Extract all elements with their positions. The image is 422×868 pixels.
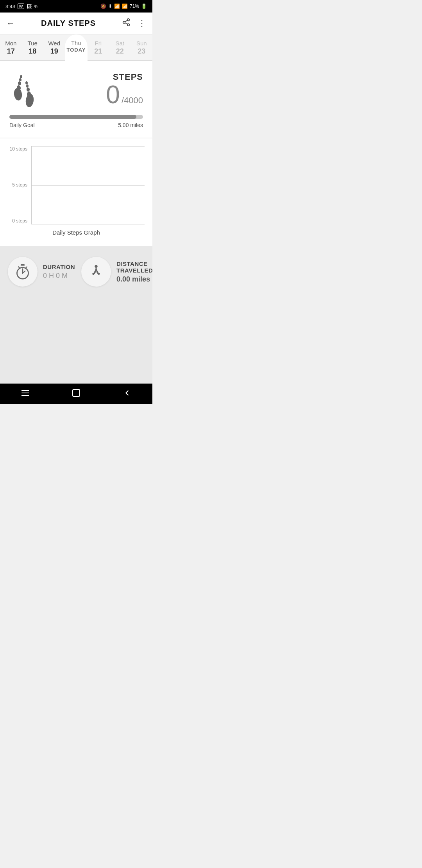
svg-point-8 xyxy=(19,78,21,81)
progress-bar-inner xyxy=(9,115,136,119)
battery-text: 71% xyxy=(130,4,139,9)
day-item-tue[interactable]: Tue 18 xyxy=(21,34,43,60)
chart-section: 10 steps 5 steps 0 steps Daily Steps Gra… xyxy=(0,138,152,246)
day-item-sun[interactable]: Sun 23 xyxy=(131,34,152,60)
y-label-5: 5 steps xyxy=(12,182,27,188)
status-right: 🔕 ⬇ 📶 📶 71% 🔋 xyxy=(100,4,147,9)
download-icon: ⬇ xyxy=(108,4,112,9)
day-item-wed[interactable]: Wed 19 xyxy=(43,34,65,60)
svg-point-12 xyxy=(27,88,30,91)
status-icon-w: W xyxy=(18,4,24,9)
svg-line-4 xyxy=(125,20,127,22)
duration-value: 0 H 0 M xyxy=(43,272,75,280)
distance-unit: miles xyxy=(132,275,150,283)
svg-point-21 xyxy=(95,265,97,268)
distance-card: DISTANCETRAVELLED 0.00 miles xyxy=(81,257,152,287)
chart-grid-line-mid xyxy=(32,185,145,186)
day-number-fri: 21 xyxy=(94,47,102,56)
day-name-sat: Sat xyxy=(116,40,125,47)
distance-title: DISTANCETRAVELLED xyxy=(116,260,152,274)
steps-value-row: 0 /4000 xyxy=(106,82,143,107)
svg-point-9 xyxy=(20,75,22,78)
goal-value: 5.00 miles xyxy=(118,122,143,128)
day-name-thu: Thu xyxy=(71,40,81,46)
empty-space xyxy=(0,298,152,384)
chart-y-labels: 10 steps 5 steps 0 steps xyxy=(8,146,31,224)
y-label-0: 0 steps xyxy=(12,218,27,224)
svg-rect-22 xyxy=(73,389,80,396)
duration-title: DURATION xyxy=(43,264,75,270)
nav-actions: ⋮ xyxy=(122,18,146,29)
y-label-10: 10 steps xyxy=(10,146,27,152)
svg-point-14 xyxy=(25,81,28,84)
day-item-fri[interactable]: Fri 21 xyxy=(88,34,109,60)
chart-container: 10 steps 5 steps 0 steps xyxy=(8,146,145,224)
battery-icon: 🔋 xyxy=(141,4,147,9)
walking-icon xyxy=(88,264,104,280)
distance-text: DISTANCETRAVELLED 0.00 miles xyxy=(116,260,152,283)
progress-labels: Daily Goal 5.00 miles xyxy=(9,122,143,128)
progress-section: Daily Goal 5.00 miles xyxy=(0,115,152,138)
status-icon-image: 🖼 xyxy=(27,4,32,9)
chart-title: Daily Steps Graph xyxy=(8,229,145,242)
day-number-sat: 22 xyxy=(116,47,124,56)
day-name-fri: Fri xyxy=(95,40,102,47)
signal-icon: 📶 xyxy=(122,4,128,9)
day-selector: Mon 17 Tue 18 Wed 19 Thu TODAY Fri 21 Sa… xyxy=(0,34,152,61)
svg-line-3 xyxy=(125,23,127,24)
status-bar: 3:43 W 🖼 % 🔕 ⬇ 📶 📶 71% 🔋 xyxy=(0,0,152,13)
svg-point-7 xyxy=(18,81,21,85)
day-item-thu[interactable]: Thu TODAY xyxy=(65,34,87,60)
footprint-icon xyxy=(9,74,41,105)
duration-text: DURATION 0 H 0 M xyxy=(43,264,75,280)
distance-icon-circle xyxy=(81,257,111,287)
steps-count-area: STEPS 0 /4000 xyxy=(106,72,143,107)
duration-card: DURATION 0 H 0 M xyxy=(8,257,75,287)
steps-goal: /4000 xyxy=(122,95,143,106)
back-chevron-icon xyxy=(123,389,131,397)
more-button[interactable]: ⋮ xyxy=(138,18,146,29)
share-button[interactable] xyxy=(122,18,131,29)
day-number-mon: 17 xyxy=(7,47,15,56)
back-button[interactable]: ← xyxy=(6,18,15,29)
steps-section: STEPS 0 /4000 xyxy=(0,61,152,115)
day-item-sat[interactable]: Sat 22 xyxy=(109,34,131,60)
svg-line-20 xyxy=(25,267,27,268)
home-button[interactable] xyxy=(64,385,88,401)
progress-bar-outer xyxy=(9,115,143,119)
back-nav-button[interactable] xyxy=(115,385,139,401)
day-number-tue: 18 xyxy=(29,47,36,56)
day-item-mon[interactable]: Mon 17 xyxy=(0,34,21,60)
svg-rect-15 xyxy=(21,264,25,266)
three-bars-icon xyxy=(21,390,29,396)
day-name-wed: Wed xyxy=(48,40,60,47)
menu-button[interactable] xyxy=(14,385,37,401)
duration-icon-circle xyxy=(8,257,38,287)
top-nav: ← DAILY STEPS ⋮ xyxy=(0,13,152,34)
chart-area xyxy=(31,146,145,224)
stats-section: DURATION 0 H 0 M DISTANCETRAVELLED 0.00 … xyxy=(0,246,152,298)
bottom-nav xyxy=(0,384,152,404)
status-icon-percent: % xyxy=(34,4,39,9)
svg-line-19 xyxy=(18,267,20,268)
time-display: 3:43 xyxy=(5,4,15,9)
day-name-sun: Sun xyxy=(136,40,147,47)
steps-current: 0 xyxy=(106,82,120,107)
day-name-tue: Tue xyxy=(28,40,38,47)
page-title: DAILY STEPS xyxy=(41,19,96,28)
day-number-wed: 19 xyxy=(50,47,58,56)
distance-value: 0.00 miles xyxy=(116,275,152,283)
chart-grid-line-top xyxy=(32,146,145,147)
daily-goal-label: Daily Goal xyxy=(9,122,35,128)
day-today-label: TODAY xyxy=(66,47,86,53)
stopwatch-icon xyxy=(15,264,30,280)
day-number-sun: 23 xyxy=(138,47,145,56)
home-square-icon xyxy=(72,388,81,398)
day-name-mon: Mon xyxy=(5,40,16,47)
mute-icon: 🔕 xyxy=(100,4,106,9)
svg-point-13 xyxy=(26,84,29,88)
wifi-icon: 📶 xyxy=(114,4,120,9)
status-left: 3:43 W 🖼 % xyxy=(5,4,38,9)
